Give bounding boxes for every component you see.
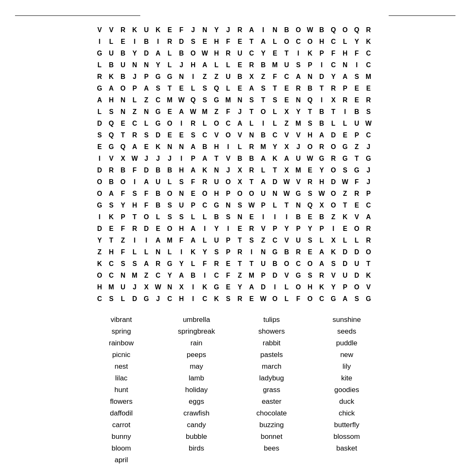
grid-cell: C — [363, 59, 374, 71]
grid-cell: S — [187, 36, 199, 48]
grid-cell: T — [269, 165, 281, 176]
grid-cell: P — [258, 270, 269, 281]
grid-cell: G — [94, 48, 106, 59]
grid-cell: A — [316, 246, 328, 258]
grid-cell: R — [234, 24, 246, 36]
grid-cell: B — [106, 176, 117, 188]
grid-cell: F — [223, 270, 234, 281]
grid-cell: F — [223, 106, 234, 118]
word-item: rain — [159, 338, 234, 348]
grid-cell: A — [258, 176, 269, 188]
grid-cell: Y — [328, 71, 339, 83]
word-item: candy — [159, 420, 234, 430]
grid-cell: R — [246, 223, 258, 235]
grid-cell: K — [106, 71, 117, 83]
grid-cell: N — [269, 24, 281, 36]
grid-cell: I — [176, 153, 187, 165]
grid-cell: X — [281, 106, 293, 118]
grid-cell: P — [117, 211, 129, 223]
grid-cell: L — [164, 59, 176, 71]
grid-cell: C — [199, 129, 211, 141]
grid-cell: D — [351, 270, 363, 281]
grid-cell: F — [293, 293, 304, 305]
grid-cell: N — [152, 246, 164, 258]
word-item: duck — [309, 397, 385, 407]
grid-cell: T — [281, 200, 293, 211]
grid-cell: F — [141, 200, 152, 211]
grid-cell: W — [304, 24, 316, 36]
grid-cell: A — [363, 211, 374, 223]
grid-cell: E — [141, 141, 152, 153]
word-item: flowers — [84, 397, 159, 407]
grid-cell: R — [363, 223, 374, 235]
grid-cell: C — [269, 129, 281, 141]
word-item: new — [309, 350, 385, 360]
grid-cell: J — [363, 141, 374, 153]
grid-cell: S — [141, 129, 152, 141]
word-item: crawfish — [159, 408, 234, 418]
grid-cell: I — [351, 59, 363, 71]
word-item: peeps — [159, 350, 234, 360]
grid-cell: V — [281, 270, 293, 281]
grid-cell: Z — [328, 211, 339, 223]
grid-cell: J — [363, 165, 374, 176]
grid-cell: B — [141, 36, 152, 48]
grid-cell: A — [141, 176, 152, 188]
grid-cell: G — [152, 118, 164, 129]
grid-cell: I — [258, 24, 269, 36]
grid-cell: Y — [269, 141, 281, 153]
grid-cell: L — [269, 118, 281, 129]
grid-cell: L — [117, 293, 129, 305]
grid-cell: P — [316, 48, 328, 59]
grid-cell: C — [223, 118, 234, 129]
grid-cell: E — [117, 118, 129, 129]
grid-cell: V — [363, 281, 374, 293]
grid-cell: R — [246, 59, 258, 71]
grid-cell: C — [199, 200, 211, 211]
grid-cell: N — [293, 200, 304, 211]
grid-cell: L — [234, 141, 246, 153]
grid-cell: B — [187, 270, 199, 281]
grid-cell: E — [94, 141, 106, 153]
grid-cell: V — [293, 129, 304, 141]
grid-cell: Q — [211, 83, 223, 94]
grid-cell: A — [129, 141, 141, 153]
grid-cell: B — [176, 48, 187, 59]
grid-cell: Z — [211, 71, 223, 83]
grid-cell: G — [211, 200, 223, 211]
word-item: daffodil — [84, 408, 159, 418]
grid-cell: Z — [129, 106, 141, 118]
grid-cell: J — [141, 153, 152, 165]
word-item: bubble — [159, 432, 234, 442]
grid-cell: I — [293, 48, 304, 59]
grid-cell: O — [351, 223, 363, 235]
grid-cell: C — [363, 200, 374, 211]
grid-cell: R — [316, 270, 328, 281]
grid-cell: K — [152, 141, 164, 153]
grid-cell: L — [106, 36, 117, 48]
grid-cell: R — [316, 141, 328, 153]
grid-cell: B — [269, 258, 281, 270]
grid-cell: L — [246, 118, 258, 129]
grid-cell: G — [164, 258, 176, 270]
grid-cell: G — [293, 270, 304, 281]
word-item: may — [159, 362, 234, 372]
grid-cell: L — [351, 235, 363, 246]
grid-cell: R — [129, 129, 141, 141]
grid-cell: Z — [234, 270, 246, 281]
grid-cell: B — [234, 71, 246, 83]
grid-cell: E — [223, 258, 234, 270]
grid-cell: G — [141, 293, 152, 305]
grid-cell: H — [316, 36, 328, 48]
grid-cell: F — [176, 24, 187, 36]
grid-cell: F — [117, 246, 129, 258]
grid-cell: I — [187, 71, 199, 83]
grid-cell: O — [328, 141, 339, 153]
grid-cell: G — [339, 153, 351, 165]
grid-cell: C — [293, 258, 304, 270]
grid-cell: L — [141, 246, 152, 258]
grid-cell: I — [339, 106, 351, 118]
grid-cell: S — [106, 293, 117, 305]
grid-cell: K — [199, 281, 211, 293]
word-item — [159, 455, 234, 465]
